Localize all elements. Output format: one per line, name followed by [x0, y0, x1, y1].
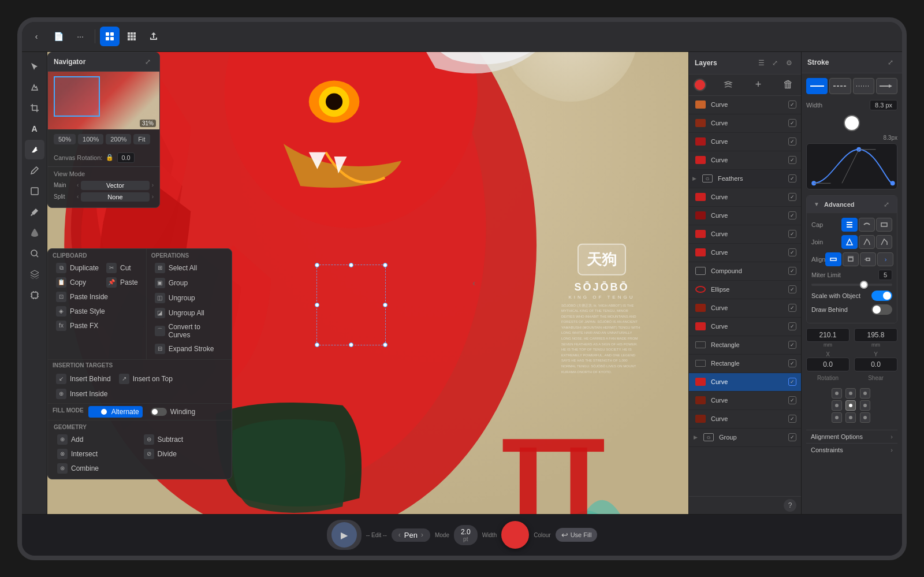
view-mode-button[interactable]: [100, 27, 120, 46]
anchor-tl[interactable]: [832, 388, 842, 399]
layer-checkbox-6[interactable]: ✓: [788, 211, 796, 219]
colour-btn[interactable]: [501, 521, 529, 549]
feathers-expand-icon[interactable]: ▶: [692, 176, 701, 181]
scale-toggle[interactable]: [871, 291, 892, 301]
layer-item[interactable]: Curve ✓: [689, 392, 801, 410]
layer-checkbox-rect2[interactable]: ✓: [788, 359, 796, 367]
advanced-expand-btn[interactable]: ▼: [811, 199, 822, 210]
fill-alternate-btn[interactable]: Alternate: [88, 406, 143, 418]
layer-checkbox-11[interactable]: ✓: [788, 396, 796, 404]
anchor-mm[interactable]: [845, 400, 856, 411]
insert-inside-btn[interactable]: ⊕ Insert Inside: [53, 387, 111, 401]
group-expand-icon[interactable]: ▶: [694, 434, 702, 440]
miter-slider[interactable]: [811, 284, 892, 286]
anchor-bl[interactable]: [832, 412, 842, 423]
right-expand-arrow[interactable]: ‹: [472, 278, 475, 288]
advanced-header[interactable]: ▼ Advanced ⤢: [807, 196, 897, 213]
navigator-expand-btn[interactable]: ⤢: [142, 56, 154, 68]
layer-checkbox-4[interactable]: ✓: [788, 156, 796, 164]
join-miter-btn[interactable]: [841, 235, 858, 249]
zoom-tool[interactable]: [25, 244, 44, 263]
transform-height-value[interactable]: 195.8: [854, 328, 897, 342]
text-tool[interactable]: A: [25, 119, 44, 139]
layer-checkbox-5[interactable]: ✓: [788, 193, 796, 201]
paste-inside-btn[interactable]: ⊡ Paste Inside: [53, 290, 141, 304]
anchor-ml[interactable]: [832, 400, 842, 411]
view-mode-main-right-chevron[interactable]: ›: [152, 182, 154, 188]
anchor-tm[interactable]: [845, 388, 856, 399]
layer-item[interactable]: Curve ✓: [689, 318, 801, 336]
left-expand-arrow[interactable]: ›: [73, 278, 76, 288]
layer-ellipse[interactable]: Ellipse ✓: [689, 281, 801, 299]
fill-tool[interactable]: [25, 223, 44, 243]
align-center-btn[interactable]: [825, 252, 841, 266]
combine-btn[interactable]: ⊛ Combine: [54, 461, 226, 475]
insert-on-top-btn[interactable]: ↗ Insert on Top: [116, 372, 176, 386]
align-inside-btn[interactable]: [843, 252, 859, 266]
more-button[interactable]: ···: [70, 27, 90, 46]
grid-button[interactable]: [122, 27, 141, 46]
layer-item[interactable]: Curve ✓: [689, 410, 801, 429]
layer-checkbox-10[interactable]: ✓: [788, 322, 796, 330]
insert-behind-btn[interactable]: ↙ Insert Behind: [53, 372, 114, 386]
join-round-btn[interactable]: [859, 235, 875, 249]
layers-help-btn[interactable]: ?: [784, 499, 796, 512]
select-all-btn[interactable]: ⊞ Select All: [151, 261, 227, 275]
layer-checkbox-9[interactable]: ✓: [788, 304, 796, 312]
layer-item[interactable]: Curve ✓: [689, 151, 801, 170]
layer-color-swatch[interactable]: [694, 79, 706, 91]
mode-right-chevron[interactable]: ›: [421, 531, 423, 539]
node-tool[interactable]: [25, 77, 44, 97]
canvas-area[interactable]: 天狗 SŌJŌBŌ KING OF TENGU SŌJŌBŌ (大僧正坊, li…: [47, 52, 688, 514]
layer-checkbox-3[interactable]: ✓: [788, 137, 796, 146]
draw-behind-toggle[interactable]: [871, 304, 892, 315]
zoom-200-btn[interactable]: 200%: [106, 134, 131, 144]
stroke-dotted-btn[interactable]: [853, 78, 874, 94]
paste-fx-btn[interactable]: fx Paste FX: [53, 319, 141, 333]
transform-tool[interactable]: [25, 285, 44, 305]
duplicate-btn[interactable]: ⧉ Duplicate: [53, 261, 102, 275]
layer-checkbox-8[interactable]: ✓: [788, 248, 796, 256]
ungroup-all-btn[interactable]: ◪ Ungroup All: [151, 306, 227, 320]
layer-group-bottom[interactable]: ▶ G Group ✓: [689, 429, 801, 447]
convert-curves-btn[interactable]: ⌒ Convert to Curves: [151, 321, 227, 341]
pen-tool[interactable]: [25, 140, 44, 159]
layer-item[interactable]: Curve ✓: [689, 96, 801, 114]
anchor-mr[interactable]: [860, 400, 870, 411]
share-button[interactable]: [144, 27, 163, 46]
use-fill-btn[interactable]: ↩ Use Fill: [556, 528, 598, 542]
layers-expand-btn[interactable]: ⤢: [769, 57, 781, 69]
cap-square-btn[interactable]: [876, 218, 892, 232]
paste-btn[interactable]: 📌 Paste: [103, 276, 141, 289]
eyedropper-tool[interactable]: [25, 202, 44, 222]
mode-left-chevron[interactable]: ‹: [398, 531, 401, 539]
copy-btn[interactable]: 📋 Copy: [53, 276, 102, 289]
zoom-50-btn[interactable]: 50%: [54, 134, 76, 144]
layers-settings-btn[interactable]: ⚙: [783, 57, 795, 69]
layer-group-feathers[interactable]: ▶ G Feathers ✓: [689, 170, 801, 188]
layer-checkbox-2[interactable]: ✓: [788, 119, 796, 127]
expand-stroke-btn[interactable]: ⊟ Expand Stroke: [151, 342, 227, 356]
layers-tool[interactable]: [25, 265, 44, 284]
layer-checkbox-selected[interactable]: ✓: [788, 378, 796, 386]
divide-btn[interactable]: ⊘ Divide: [140, 447, 226, 461]
layer-checkbox-rect1[interactable]: ✓: [788, 341, 796, 349]
anchor-tr[interactable]: [860, 388, 870, 399]
layers-layers-btn[interactable]: [720, 77, 736, 93]
layer-item[interactable]: Curve ✓: [689, 207, 801, 225]
advanced-settings-btn[interactable]: ⤢: [881, 199, 892, 210]
ungroup-btn[interactable]: ◫ Ungroup: [151, 291, 227, 305]
layer-checkbox-7[interactable]: ✓: [788, 230, 796, 238]
back-button[interactable]: ‹: [27, 27, 46, 46]
layers-list-btn[interactable]: ☰: [755, 57, 767, 69]
intersect-btn[interactable]: ⊗ Intersect: [54, 447, 140, 461]
layer-item[interactable]: Curve ✓: [689, 188, 801, 207]
subtract-btn[interactable]: ⊖ Subtract: [140, 433, 226, 446]
rotation-lock-icon[interactable]: 🔒: [106, 154, 114, 161]
layer-checkbox-1[interactable]: ✓: [788, 100, 796, 109]
paste-style-btn[interactable]: ◈ Paste Style: [53, 304, 141, 318]
miter-value[interactable]: 5: [878, 270, 892, 280]
view-mode-main-left-chevron[interactable]: ‹: [77, 182, 79, 188]
layers-add-btn[interactable]: +: [750, 77, 766, 93]
layer-compound[interactable]: Compound ✓: [689, 262, 801, 281]
